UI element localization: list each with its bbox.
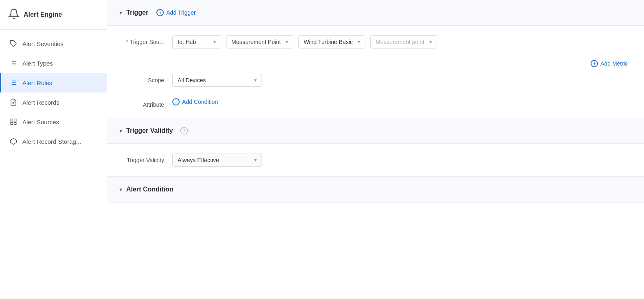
alert-condition-section-header: ▾ Alert Condition — [107, 177, 644, 202]
scope-value: All Devices — [178, 77, 206, 84]
main-content: ▾ Trigger + Add Trigger Trigger Sou... I… — [107, 0, 644, 299]
validity-section-header: ▾ Trigger Validity ? — [107, 118, 644, 144]
alert-condition-section-title: Alert Condition — [126, 186, 174, 193]
sidebar-item-sources[interactable]: Alert Sources — [0, 112, 107, 132]
scope-dropdown[interactable]: All Devices ▾ — [172, 74, 262, 87]
validity-row: Trigger Validity Always Effective ▾ — [123, 154, 628, 167]
hexagon-icon — [9, 137, 18, 145]
scope-controls: All Devices ▾ — [172, 74, 262, 87]
grid-icon — [9, 118, 18, 126]
doc-icon — [9, 98, 18, 106]
sidebar-item-severities-label: Alert Severities — [22, 40, 64, 47]
trigger-source-label: Trigger Sou... — [123, 35, 164, 45]
scope-row: Scope All Devices ▾ — [123, 74, 628, 87]
add-condition-plus-icon: + — [172, 98, 180, 106]
add-condition-label: Add Condition — [182, 99, 218, 105]
sidebar-nav: Alert Severities Alert Types — [0, 30, 107, 155]
add-trigger-button[interactable]: + Add Trigger — [156, 9, 196, 16]
add-trigger-label: Add Trigger — [166, 9, 196, 16]
trigger-type-arrow-icon: ▾ — [286, 39, 288, 45]
validity-section-body: Trigger Validity Always Effective ▾ — [107, 144, 644, 176]
sidebar: Alert Engine Alert Severities — [0, 0, 107, 299]
sidebar-item-severities[interactable]: Alert Severities — [0, 34, 107, 53]
tag-icon — [9, 40, 18, 48]
sidebar-item-rules[interactable]: Alert Rules — [0, 73, 107, 92]
add-metric-label: Add Metric — [600, 60, 628, 67]
validity-chevron-icon[interactable]: ▾ — [119, 128, 122, 134]
svg-rect-15 — [11, 119, 13, 121]
svg-marker-19 — [11, 139, 17, 145]
trigger-metric-dropdown[interactable]: Measurement point ▾ — [370, 35, 437, 48]
trigger-section-title: Trigger — [126, 9, 148, 16]
validity-section: ▾ Trigger Validity ? Trigger Validity Al… — [107, 118, 644, 177]
sidebar-item-types-label: Alert Types — [22, 60, 53, 67]
alert-condition-section: ▾ Alert Condition — [107, 177, 644, 227]
trigger-source-dropdown[interactable]: Iot Hub ▾ — [172, 35, 221, 48]
trigger-model-dropdown[interactable]: Wind Turbine Basic ▾ — [298, 35, 365, 48]
svg-rect-17 — [11, 123, 13, 125]
trigger-source-row: Trigger Sou... Iot Hub ▾ Measurement Poi… — [123, 35, 628, 48]
scope-label: Scope — [123, 74, 164, 84]
validity-value: Always Effective — [178, 157, 219, 163]
sidebar-logo: Alert Engine — [0, 0, 107, 30]
app-title: Alert Engine — [24, 11, 62, 18]
trigger-metric-arrow-icon: ▾ — [429, 39, 432, 45]
alert-condition-chevron-icon[interactable]: ▾ — [119, 186, 122, 193]
attribute-controls: + Add Condition — [172, 98, 218, 106]
sidebar-item-records[interactable]: Alert Records — [0, 92, 107, 112]
trigger-type-dropdown[interactable]: Measurement Point ▾ — [226, 35, 293, 48]
scope-arrow-icon: ▾ — [254, 77, 257, 83]
add-metric-plus-icon: + — [591, 60, 598, 67]
trigger-source-arrow-icon: ▾ — [213, 39, 216, 45]
trigger-metric-placeholder: Measurement point — [376, 39, 424, 45]
add-metric-row: + Add Metric — [123, 60, 628, 74]
validity-help-icon[interactable]: ? — [180, 127, 188, 134]
trigger-source-value: Iot Hub — [178, 39, 196, 45]
sidebar-item-storage-label: Alert Record Storag... — [22, 138, 81, 145]
list-icon — [9, 59, 18, 67]
trigger-chevron-icon[interactable]: ▾ — [119, 9, 122, 16]
validity-section-title: Trigger Validity — [126, 127, 173, 134]
validity-arrow-icon: ▾ — [254, 157, 257, 163]
sidebar-item-records-label: Alert Records — [22, 99, 59, 106]
trigger-source-controls: Iot Hub ▾ Measurement Point ▾ Wind Turbi… — [172, 35, 437, 48]
sidebar-item-sources-label: Alert Sources — [22, 119, 59, 125]
trigger-model-value: Wind Turbine Basic — [303, 39, 353, 45]
trigger-model-arrow-icon: ▾ — [358, 39, 360, 45]
trigger-section: ▾ Trigger + Add Trigger Trigger Sou... I… — [107, 0, 644, 118]
sidebar-item-storage[interactable]: Alert Record Storag... — [0, 132, 107, 151]
attribute-label: Attribute — [123, 98, 164, 108]
trigger-section-body: Trigger Sou... Iot Hub ▾ Measurement Poi… — [107, 26, 644, 118]
alert-condition-section-body — [107, 202, 644, 227]
validity-label: Trigger Validity — [123, 154, 164, 163]
sidebar-item-types[interactable]: Alert Types — [0, 53, 107, 73]
sidebar-item-rules-label: Alert Rules — [22, 79, 52, 86]
add-condition-button[interactable]: + Add Condition — [172, 98, 218, 106]
rules-icon — [9, 79, 18, 87]
validity-dropdown[interactable]: Always Effective ▾ — [172, 154, 262, 167]
validity-controls: Always Effective ▾ — [172, 154, 262, 167]
svg-rect-18 — [14, 123, 16, 125]
trigger-section-header: ▾ Trigger + Add Trigger — [107, 0, 644, 26]
attribute-row: Attribute + Add Condition — [123, 98, 628, 108]
alert-engine-icon — [8, 8, 20, 21]
add-trigger-plus-icon: + — [156, 9, 164, 16]
svg-rect-16 — [14, 119, 16, 121]
trigger-type-value: Measurement Point — [231, 39, 281, 45]
add-metric-button[interactable]: + Add Metric — [591, 60, 628, 67]
